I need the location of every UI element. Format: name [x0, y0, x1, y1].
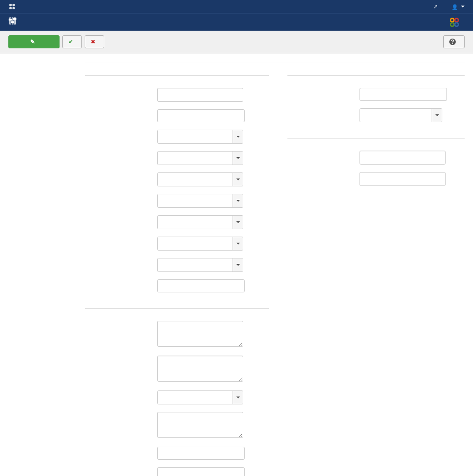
save-button[interactable]	[8, 35, 60, 48]
sidebar	[7, 53, 79, 476]
label-default-editor	[85, 151, 157, 154]
brand-logo	[448, 16, 463, 29]
select-feed-email[interactable]	[157, 258, 243, 272]
label-robots	[85, 390, 157, 393]
label-meta-keywords	[85, 356, 157, 358]
label-site-name	[85, 88, 157, 91]
input-site-name[interactable]	[157, 88, 243, 102]
chevron-down-icon	[233, 391, 243, 404]
svg-rect-4	[10, 18, 11, 24]
toggle-site-offline[interactable]	[157, 109, 245, 122]
label-meta-desc	[85, 321, 157, 324]
label-cookie-domain	[287, 151, 360, 153]
label-site-name-titles	[287, 108, 360, 111]
svg-rect-7	[9, 19, 12, 20]
label-inline-editing	[85, 130, 157, 132]
label-default-access	[85, 194, 157, 197]
select-default-captcha[interactable]	[157, 172, 243, 186]
svg-point-3	[13, 7, 15, 9]
top-site-link[interactable]	[428, 1, 442, 12]
chevron-down-icon	[233, 237, 243, 250]
section-site-settings	[85, 72, 269, 76]
select-default-editor[interactable]	[157, 151, 243, 165]
joomla-brand-icon[interactable]	[4, 0, 20, 13]
top-user-menu[interactable]	[447, 1, 469, 13]
svg-point-1	[13, 4, 15, 6]
help-icon	[449, 39, 456, 45]
section-cookie-settings	[287, 134, 465, 139]
svg-point-2	[9, 7, 12, 9]
label-cookie-path	[287, 172, 360, 175]
label-block-floc	[85, 279, 157, 282]
svg-rect-9	[13, 19, 16, 20]
label-site-offline	[85, 109, 157, 112]
chevron-down-icon	[233, 130, 243, 143]
svg-point-17	[455, 23, 458, 26]
label-author-meta	[85, 447, 157, 450]
save-close-button[interactable]	[62, 35, 82, 48]
input-cookie-path[interactable]	[360, 172, 446, 186]
svg-point-14	[451, 19, 453, 21]
textarea-content-rights[interactable]	[157, 412, 243, 438]
chevron-down-icon	[233, 194, 243, 207]
label-list-limit	[85, 215, 157, 218]
label-show-version	[85, 467, 157, 470]
sidebar-heading-component	[7, 77, 79, 80]
top-menu-bar	[0, 0, 473, 13]
label-content-rights	[85, 412, 157, 415]
svg-rect-5	[12, 18, 13, 24]
toggle-show-version[interactable]	[157, 467, 245, 476]
tabs	[85, 62, 465, 62]
label-sef	[287, 88, 360, 91]
cancel-icon	[91, 39, 95, 45]
help-button[interactable]	[443, 35, 465, 48]
action-toolbar	[0, 31, 473, 53]
input-cookie-domain[interactable]	[360, 151, 446, 165]
toggle-block-floc[interactable]	[157, 279, 245, 292]
save-icon	[30, 39, 35, 45]
toggle-sef[interactable]	[360, 88, 447, 101]
chevron-down-icon	[233, 152, 243, 165]
select-robots[interactable]	[157, 390, 243, 404]
chevron-down-icon	[233, 258, 243, 271]
svg-rect-8	[11, 22, 13, 23]
sidebar-heading-system	[7, 66, 79, 70]
label-feed-limit	[85, 237, 157, 239]
textarea-meta-keywords[interactable]	[157, 356, 243, 382]
select-list-limit[interactable]	[157, 215, 243, 229]
select-site-name-titles[interactable]	[360, 108, 442, 122]
select-default-access[interactable]	[157, 194, 243, 208]
chevron-down-icon	[233, 173, 243, 186]
section-seo-settings	[287, 72, 465, 76]
label-default-captcha	[85, 172, 157, 175]
user-icon	[452, 3, 458, 10]
config-icon	[8, 17, 17, 27]
check-icon	[68, 39, 73, 45]
textarea-meta-desc[interactable]	[157, 321, 243, 347]
chevron-down-icon	[432, 109, 442, 122]
svg-point-0	[9, 4, 12, 6]
label-feed-email	[85, 258, 157, 261]
svg-point-16	[451, 23, 453, 26]
select-feed-limit[interactable]	[157, 237, 243, 251]
svg-point-15	[455, 19, 458, 21]
section-metadata-settings	[85, 304, 269, 309]
select-inline-editing[interactable]	[157, 130, 243, 144]
chevron-down-icon	[233, 216, 243, 229]
cancel-button[interactable]	[85, 35, 104, 48]
toggle-author-meta[interactable]	[157, 447, 245, 460]
page-header	[0, 13, 473, 31]
